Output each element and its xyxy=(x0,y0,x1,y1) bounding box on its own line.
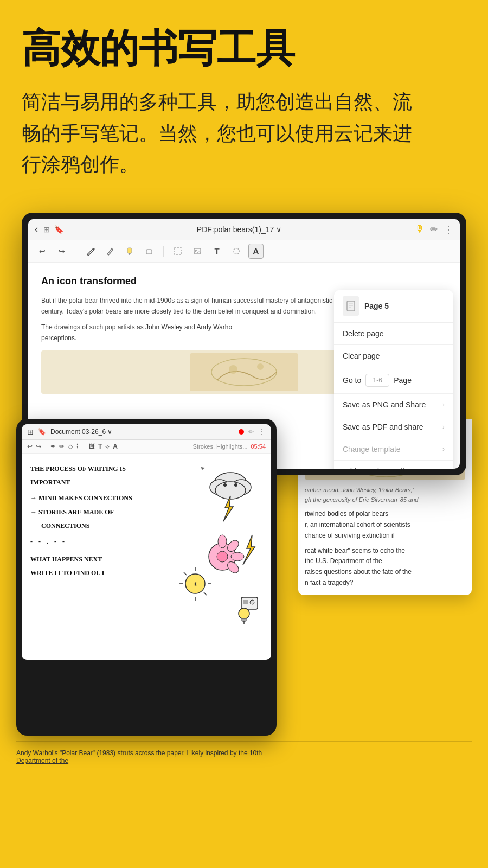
secondary-topbar: ⊞ 🔖 Document 03-26_6 ∨ ✏ ⋮ xyxy=(22,424,271,440)
goto-input[interactable] xyxy=(365,374,389,387)
svg-rect-14 xyxy=(146,250,152,254)
more-menu-icon[interactable]: ⋮ xyxy=(444,224,453,235)
text-tool[interactable]: T xyxy=(209,244,224,259)
right-body-5: the U.S. Department of the xyxy=(305,556,465,567)
chevron-icon-4: › xyxy=(442,468,445,469)
svg-rect-11 xyxy=(127,248,132,253)
eraser-tool[interactable] xyxy=(142,244,157,259)
sec-undo[interactable]: ↩ xyxy=(27,443,33,450)
svg-line-33 xyxy=(204,592,207,595)
svg-point-18 xyxy=(233,248,240,254)
chevron-icon-3: › xyxy=(442,445,445,453)
svg-point-51 xyxy=(239,608,249,619)
add-sound-label: Add sound recording xyxy=(343,467,413,469)
secondary-back-icon[interactable]: ⊞ xyxy=(27,427,34,436)
document-title[interactable]: PDF:polar bears(1)_17 ∨ xyxy=(69,225,409,234)
dept-text: Department of the xyxy=(16,757,472,764)
bottom-section: Andy Warhol's "Polar Bear" (1983) struts… xyxy=(0,730,488,775)
toolbar-separator xyxy=(76,246,76,257)
svg-point-21 xyxy=(229,365,237,374)
svg-point-17 xyxy=(195,250,197,251)
image-tool[interactable] xyxy=(190,244,205,259)
menu-item-clear-page[interactable]: Clear page xyxy=(334,345,453,367)
selection-tool[interactable] xyxy=(170,244,185,259)
menu-item-change-template[interactable]: Change template › xyxy=(334,438,453,461)
handwriting-content: The Process of Writing is Important → Mi… xyxy=(22,454,271,660)
menu-item-save-png[interactable]: Save as PNG and Share › xyxy=(334,394,453,416)
right-body-6: raises questions about the fate of the xyxy=(305,567,465,578)
topbar-icons: ⊞ 🔖 xyxy=(43,225,63,234)
sec-pen[interactable]: ✒ xyxy=(50,443,56,450)
pen-tool[interactable] xyxy=(83,244,98,259)
right-body-7: n fact a tragedy? xyxy=(305,578,465,589)
sec-eraser[interactable]: ⌇ xyxy=(76,443,79,450)
link-andy-warhol[interactable]: Andy Warho xyxy=(197,323,233,331)
lasso-tool[interactable] xyxy=(229,244,244,259)
sec-lasso[interactable]: ⟡ xyxy=(105,443,110,450)
timer: 05:54 xyxy=(251,443,266,450)
svg-rect-23 xyxy=(347,301,355,311)
tablet-topbar: ‹ ⊞ 🔖 PDF:polar bears(1)_17 ∨ 🎙 ✏ ⋮ xyxy=(28,219,460,240)
menu-item-goto[interactable]: Go to Page xyxy=(334,367,453,394)
strokes-label: Strokes, Highlights... xyxy=(193,443,248,450)
sec-font[interactable]: A xyxy=(113,443,118,450)
highlighter-tool[interactable] xyxy=(122,244,137,259)
svg-rect-52 xyxy=(242,618,246,621)
back-button[interactable]: ‹ xyxy=(35,224,38,235)
svg-rect-49 xyxy=(243,600,248,604)
svg-line-32 xyxy=(184,572,187,575)
menu-item-add-sound[interactable]: Add sound recording › xyxy=(334,461,453,469)
sec-pencil[interactable]: ✏ xyxy=(59,443,65,450)
font-tool[interactable]: A xyxy=(248,244,264,259)
redo-button[interactable]: ↪ xyxy=(54,244,69,259)
page-label: Page xyxy=(394,376,412,385)
svg-point-22 xyxy=(257,363,264,370)
sec-image[interactable]: 🖼 xyxy=(88,443,95,450)
menu-item-save-pdf[interactable]: Save as PDF and share › xyxy=(334,416,453,438)
sec-highlighter[interactable]: ◇ xyxy=(68,443,73,450)
hero-title: 高效的书写工具 xyxy=(22,27,466,70)
right-body-3: chance of surviving extinction if xyxy=(305,531,465,541)
right-body-1: rtwined bodies of polar bears xyxy=(305,509,465,520)
hero-description: 简洁与易用的多种工具，助您创造出自然、流畅的手写笔记。当然，您也可以使用云记来进… xyxy=(22,86,428,180)
menu-item-delete-page[interactable]: Delete page xyxy=(334,323,453,345)
undo-button[interactable]: ↩ xyxy=(35,244,50,259)
record-indicator xyxy=(239,429,244,435)
sec-redo[interactable]: ↪ xyxy=(36,443,41,450)
grid-icon[interactable]: ⊞ xyxy=(43,225,50,234)
secondary-tablet: ⊞ 🔖 Document 03-26_6 ∨ ✏ ⋮ ↩ ↪ ✒ ✏ ◇ ⌇ 🖼… xyxy=(16,419,277,736)
sec-sep xyxy=(46,442,46,451)
goto-label: Go to xyxy=(343,376,361,385)
secondary-grid-icon[interactable]: 🔖 xyxy=(38,428,46,436)
tablet-area: ‹ ⊞ 🔖 PDF:polar bears(1)_17 ∨ 🎙 ✏ ⋮ ↩ ↪ xyxy=(0,213,488,719)
doc-title: An icon transformed xyxy=(41,273,447,289)
svg-point-42 xyxy=(217,551,228,562)
pen-icon[interactable]: ✏ xyxy=(430,224,438,235)
svg-point-40 xyxy=(234,483,237,487)
clear-page-label: Clear page xyxy=(343,352,380,360)
link-john-wesley[interactable]: John Wesley xyxy=(145,323,182,331)
right-caption-2: gh the generosity of Eric Silverman '85 … xyxy=(305,495,465,505)
change-template-label: Change template xyxy=(343,445,401,454)
svg-point-45 xyxy=(231,552,244,561)
page-icon xyxy=(343,296,359,316)
save-png-label: Save as PNG and Share xyxy=(343,400,426,409)
bookmark-icon[interactable]: 🔖 xyxy=(54,225,63,234)
pencil-tool[interactable] xyxy=(102,244,118,259)
secondary-toolbar: ↩ ↪ ✒ ✏ ◇ ⌇ 🖼 T ⟡ A Strokes, Highlights.… xyxy=(22,440,271,454)
chevron-icon-2: › xyxy=(442,423,445,431)
sec-text[interactable]: T xyxy=(98,443,102,450)
drawing-toolbar: ↩ ↪ xyxy=(28,240,460,263)
mic-icon[interactable]: 🎙 xyxy=(415,224,425,235)
sec-sep2 xyxy=(84,442,84,451)
svg-point-50 xyxy=(250,600,254,604)
secondary-pen-icon[interactable]: ✏ xyxy=(248,428,254,436)
svg-text:*: * xyxy=(201,465,205,474)
secondary-more-icon[interactable]: ⋮ xyxy=(258,427,266,436)
doodle-illustrations: ☀ xyxy=(179,459,266,643)
save-pdf-label: Save as PDF and share xyxy=(343,423,423,431)
svg-text:☀: ☀ xyxy=(192,580,198,588)
goto-row: Go to Page xyxy=(343,374,412,387)
toolbar-separator-2 xyxy=(163,246,164,257)
secondary-screen: ⊞ 🔖 Document 03-26_6 ∨ ✏ ⋮ ↩ ↪ ✒ ✏ ◇ ⌇ 🖼… xyxy=(22,424,271,660)
